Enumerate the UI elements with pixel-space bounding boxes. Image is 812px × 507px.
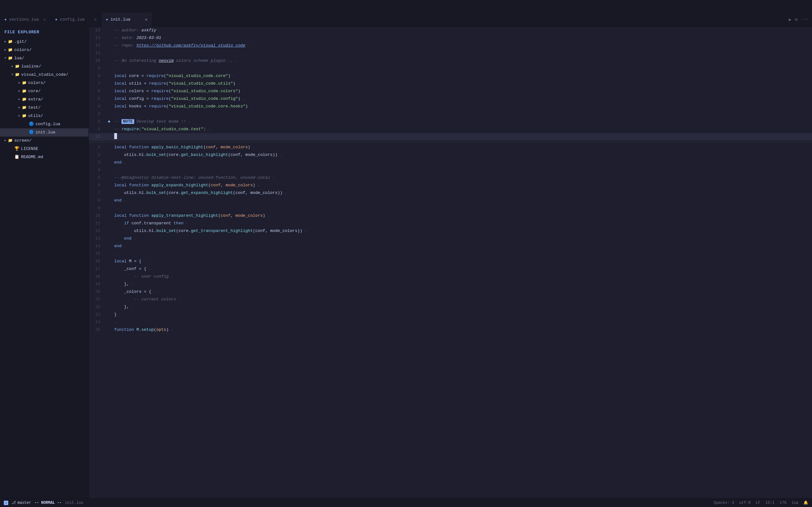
sidebar-item-colors-sub[interactable]: ▶ 📁 colors/: [0, 79, 89, 87]
code-line: 12 utils.hl.bulk_set(core.get_transparen…: [89, 227, 812, 235]
branch-name: master: [17, 501, 31, 505]
code-line: 18 -- user config ↵: [89, 273, 812, 280]
code-line: 22 }, ↵: [89, 303, 812, 311]
arrow-icon: ▶: [18, 104, 20, 111]
line-content: utils.hl.bulk_set(core.get_transparent_h…: [113, 227, 812, 235]
line-content: ---@diagnostic disable-next-line: unused…: [113, 174, 812, 181]
arrow-icon: ▶: [4, 47, 6, 54]
line-number: 1: [89, 125, 105, 133]
sidebar-item-readme[interactable]: 📋 README.md: [0, 153, 89, 161]
line-content: local core = require("visual_studio_code…: [113, 72, 812, 80]
code-line: 8 local core = require("visual_studio_co…: [89, 72, 812, 80]
line-number: 10: [89, 212, 105, 220]
spaces-info: Spaces: 4: [714, 501, 734, 505]
line-content: -- NOTE Develop test mode !! ↵: [113, 118, 812, 125]
code-line: 21 -- current colors ↵: [89, 296, 812, 303]
code-line: 13 -- date: 2023-03-01 ↵: [89, 34, 812, 42]
tab-icon-sections: ●: [4, 18, 7, 21]
line-number: 1: [89, 144, 105, 151]
folder-icon: 📁: [8, 137, 13, 144]
tab-config-lua[interactable]: ● config.lua ✕: [51, 13, 101, 26]
folder-icon: 📁: [22, 96, 27, 103]
split-icon[interactable]: ⊟: [795, 17, 798, 22]
main-layout: File Explorer ▶ 📁 .git/ ▶ 📁 colors/ ▼ 📁 …: [0, 26, 812, 498]
line-content: -- require("visual_studio_code.test") ↵: [113, 125, 812, 133]
line-number: 22: [89, 303, 105, 311]
sidebar-item-label: init.lua: [36, 129, 55, 136]
code-lines: 14 -- author: askfiy ↵ 13 -- date: 2023-…: [89, 26, 812, 498]
sidebar-item-config-lua[interactable]: 🔵 config.lua: [0, 120, 89, 128]
sidebar-item-utils[interactable]: ▶ 📁 utils/: [0, 112, 89, 120]
code-line: 6 local function apply_expands_highlight…: [89, 181, 812, 189]
run-icon[interactable]: ▶: [789, 17, 792, 22]
sidebar-item-license[interactable]: 🏆 LICENSE: [0, 145, 89, 153]
language-info: lua: [792, 501, 798, 505]
position-info: 15:1: [765, 501, 774, 505]
code-line: 12 -- repo: https://github.com/askfiy/vi…: [89, 42, 812, 49]
tab-init-lua[interactable]: ● init.lua ✕: [101, 13, 152, 26]
line-content: end ↵: [113, 197, 812, 205]
tab-close-config[interactable]: ✕: [94, 17, 97, 22]
line-content: end ↵: [113, 235, 812, 242]
line-number: 24: [89, 319, 105, 326]
more-icon[interactable]: ···: [802, 17, 809, 22]
status-right: Spaces: 4 utf-8 LF 15:1 17% lua 🔔: [714, 500, 808, 505]
sidebar-item-lualine[interactable]: ▶ 📁 lualine/: [0, 62, 89, 71]
git-branch: ⎇ master: [11, 500, 31, 505]
line-content: local function apply_transparent_highlig…: [113, 212, 812, 220]
code-line: 7 utils.hl.bulk_set(core.get_expands_hig…: [89, 189, 812, 197]
line-number: 7: [89, 80, 105, 88]
sidebar-item-test[interactable]: ▶ 📁 test/: [0, 104, 89, 112]
sidebar-item-core[interactable]: ▶ 📁 core/: [0, 87, 89, 95]
line-content: local hooks = require("visual_studio_cod…: [113, 103, 812, 110]
line-number: 12: [89, 42, 105, 49]
line-content: -- author: askfiy ↵: [113, 26, 812, 34]
line-number: 2: [89, 118, 105, 125]
code-line: 7 local utils = require("visual_studio_c…: [89, 80, 812, 88]
sidebar-item-screen[interactable]: ▶ 📁 screen/: [0, 136, 89, 145]
line-content: _colors = { ↵: [113, 288, 812, 296]
tab-label-sections: sections.lua: [9, 17, 39, 22]
arrow-icon: ▶: [18, 88, 20, 95]
line-content: ↵: [113, 166, 812, 174]
tab-close-sections[interactable]: ✕: [44, 17, 46, 22]
sidebar-item-git[interactable]: ▶ 📁 .git/: [0, 38, 89, 46]
line-number: 19: [89, 280, 105, 288]
tab-sections-lua[interactable]: ● sections.lua ✕: [0, 13, 51, 26]
tab-close-init[interactable]: ✕: [145, 17, 148, 22]
editor-area: 14 -- author: askfiy ↵ 13 -- date: 2023-…: [89, 26, 812, 498]
code-line: 14 end ↵: [89, 242, 812, 250]
gutter: ◆: [105, 118, 113, 125]
code-line: 14 -- author: askfiy ↵: [89, 26, 812, 34]
arrow-icon: ▼: [4, 55, 6, 62]
code-container[interactable]: 14 -- author: askfiy ↵ 13 -- date: 2023-…: [89, 26, 812, 498]
status-indicator: ✦: [4, 501, 8, 505]
line-content: utils.hl.bulk_set(core.get_basic_highlig…: [113, 151, 812, 159]
status-bar: ✦ ⎇ master -- NORMAL -- init.lua Spaces:…: [0, 498, 812, 507]
sidebar-item-label: screen/: [14, 137, 32, 144]
sidebar-item-vsc[interactable]: ▼ 📁 visual_studio_code/: [0, 71, 89, 79]
arrow-icon: ▶: [18, 96, 20, 103]
sidebar-item-extra[interactable]: ▶ 📁 extra/: [0, 95, 89, 104]
line-content: utils.hl.bulk_set(core.get_expands_highl…: [113, 189, 812, 197]
tab-label-config: config.lua: [60, 17, 85, 22]
sidebar-item-label: colors/: [28, 79, 46, 87]
line-number: 23: [89, 311, 105, 319]
arrow-icon: ▶: [4, 137, 6, 144]
line-content: end ↵: [113, 159, 812, 166]
code-line: 3 end ↵: [89, 159, 812, 166]
code-line: 8 end ↵: [89, 197, 812, 205]
file-icon: 📋: [14, 154, 19, 161]
line-number: 8: [89, 197, 105, 205]
sidebar-item-lua[interactable]: ▼ 📁 lua/: [0, 54, 89, 62]
code-line: 23 } ↵: [89, 311, 812, 319]
line-content: [113, 133, 812, 141]
sidebar-item-colors-root[interactable]: ▶ 📁 colors/: [0, 46, 89, 54]
line-number: 6: [89, 88, 105, 95]
code-line: 17 _conf = { ↵: [89, 265, 812, 273]
line-content: ↵: [113, 319, 812, 326]
sidebar-item-init-lua[interactable]: 🔵 init.lua: [0, 128, 89, 136]
vim-mode: -- NORMAL --: [34, 501, 61, 505]
line-content: local function apply_basic_highlight(con…: [113, 144, 812, 151]
line-content: ↵: [113, 110, 812, 118]
